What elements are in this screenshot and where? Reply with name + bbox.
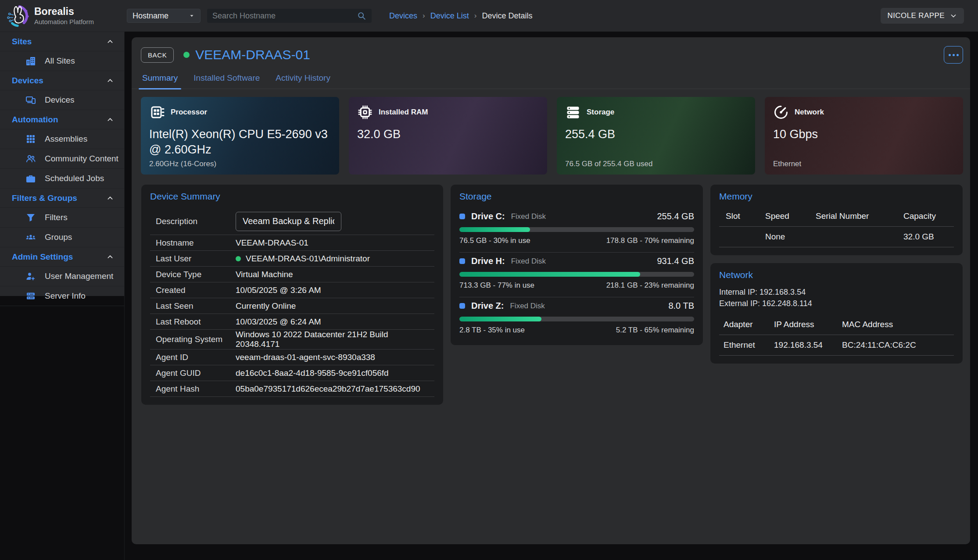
memory-capacity-value: 32.0 GB	[903, 227, 954, 247]
summary-row-created: Created 10/05/2025 @ 3:26 AM	[150, 282, 434, 298]
groups-icon	[25, 232, 36, 243]
drive-row-c: Drive C: Fixed Disk 255.4 GB 76.5 GB - 3…	[459, 208, 694, 253]
sidebar-item-community-content[interactable]: Community Content	[0, 149, 124, 169]
drive-remaining-label: 218.1 GB - 23% remaining	[606, 281, 694, 290]
network-mac-value: BC:24:11:CA:C6:2C	[842, 335, 954, 355]
sidebar-item-label: Server Info	[45, 291, 86, 301]
sidebar-item-label: Filters	[45, 213, 68, 222]
drive-type: Fixed Disk	[511, 212, 546, 221]
memory-col-slot: Slot	[726, 208, 765, 226]
sidebar-section-label: Automation	[12, 115, 58, 125]
chevron-down-icon	[950, 12, 957, 19]
sidebar-section-devices[interactable]: Devices	[0, 71, 124, 90]
device-title: VEEAM-DRAAS-01	[195, 47, 310, 62]
stat-card-label: Network	[795, 108, 824, 117]
sidebar-item-label: Assemblies	[45, 134, 87, 144]
sidebar-divider	[124, 32, 125, 560]
summary-row-label: Operating System	[156, 335, 236, 344]
summary-row-last-seen: Last Seen Currently Online	[150, 298, 434, 314]
processor-value: Intel(R) Xeon(R) CPU E5-2690 v3 @ 2.60GH…	[149, 127, 331, 157]
drive-type: Fixed Disk	[510, 302, 545, 310]
sidebar-item-filters[interactable]: Filters	[0, 208, 124, 228]
summary-row-value: VEEAM-DRAAS-01	[236, 238, 434, 248]
summary-row-value: Currently Online	[236, 301, 434, 311]
chevron-up-icon	[107, 38, 114, 45]
drive-usage-bar	[459, 272, 694, 277]
tab-installed-software[interactable]: Installed Software	[193, 71, 261, 89]
breadcrumb-device-list[interactable]: Device List	[430, 11, 469, 21]
sidebar-item-all-sites[interactable]: All Sites	[0, 51, 124, 71]
description-input[interactable]	[236, 212, 341, 231]
table-separator	[719, 247, 954, 247]
panel-title: Device Summary	[150, 191, 434, 202]
network-adapter-value: Ethernet	[724, 335, 774, 355]
sidebar-item-scheduled-jobs[interactable]: Scheduled Jobs	[0, 169, 124, 189]
storage-icon	[565, 104, 581, 120]
processor-footer: 2.60GHz (16-Cores)	[149, 160, 216, 168]
detail-panels: Device Summary Description Hostname VEEA…	[132, 175, 970, 405]
sidebar-section-automation[interactable]: Automation	[0, 110, 124, 129]
brand-subtitle: Automation Platform	[34, 18, 94, 25]
memory-table-header: Slot Speed Serial Number Capacity	[719, 208, 954, 226]
summary-row-label: Created	[156, 285, 236, 295]
drive-usage-bar	[459, 317, 694, 321]
sidebar-item-user-management[interactable]: User Management	[0, 267, 124, 286]
summary-row-label: Description	[156, 217, 236, 226]
installed-ram-value: 32.0 GB	[357, 127, 539, 142]
sidebar-item-devices[interactable]: Devices	[0, 90, 124, 110]
device-header: BACK VEEAM-DRAAS-01	[132, 37, 970, 66]
stat-cards-row: Processor Intel(R) Xeon(R) CPU E5-2690 v…	[132, 89, 970, 175]
sidebar-item-server-info[interactable]: Server Info	[0, 286, 124, 306]
sidebar-section-label: Filters & Groups	[12, 193, 77, 203]
summary-row-label: Device Type	[156, 270, 236, 279]
summary-row-device-type: Device Type Virtual Machine	[150, 267, 434, 282]
breadcrumb-devices[interactable]: Devices	[389, 11, 417, 21]
summary-row-value: 05ba0e7935171d626ecea29b27d7ae175363cd90	[236, 384, 434, 394]
right-panel-column: Memory Slot Speed Serial Number Capacity…	[710, 185, 963, 364]
more-options-button[interactable]	[944, 46, 963, 64]
sidebar-section-filters-groups[interactable]: Filters & Groups	[0, 189, 124, 208]
processor-card: Processor Intel(R) Xeon(R) CPU E5-2690 v…	[141, 97, 339, 175]
network-panel: Network Internal IP: 192.168.3.54 Extern…	[710, 263, 963, 364]
drive-bullet-icon	[459, 258, 465, 264]
stat-card-label: Installed RAM	[379, 108, 428, 117]
summary-row-last-reboot: Last Reboot 10/03/2025 @ 6:24 AM	[150, 314, 434, 330]
search-field-select[interactable]: Hostname	[127, 9, 201, 23]
search-icon[interactable]	[357, 11, 366, 21]
memory-panel: Memory Slot Speed Serial Number Capacity…	[710, 185, 963, 255]
tab-summary[interactable]: Summary	[141, 71, 179, 89]
buildings-icon	[25, 56, 36, 66]
filter-icon	[25, 212, 36, 223]
drive-usage-fill	[459, 227, 530, 232]
grid-icon	[25, 134, 36, 144]
summary-row-agent-hash: Agent Hash 05ba0e7935171d626ecea29b27d7a…	[150, 381, 434, 397]
sidebar-section-admin-settings[interactable]: Admin Settings	[0, 247, 124, 267]
sidebar: Sites All Sites Devices Devices Automati…	[0, 32, 124, 296]
breadcrumb: Devices › Device List › Device Details	[389, 11, 532, 21]
summary-row-value: Virtual Machine	[236, 270, 434, 279]
brand: Borealis Automation Platform	[0, 4, 124, 28]
memory-col-serial: Serial Number	[816, 208, 903, 226]
sidebar-item-groups[interactable]: Groups	[0, 228, 124, 247]
panel-title: Network	[719, 270, 954, 280]
ram-icon	[357, 104, 373, 120]
user-menu-button[interactable]: NICOLE RAPPE	[881, 8, 964, 24]
summary-row-value: Windows 10 2022 Datacenter 21H2 Build 20…	[236, 330, 434, 349]
drive-size: 255.4 GB	[657, 211, 694, 221]
summary-row-label: Agent Hash	[156, 384, 236, 394]
tab-activity-history[interactable]: Activity History	[275, 71, 331, 89]
brand-text: Borealis Automation Platform	[34, 6, 94, 25]
sidebar-item-assemblies[interactable]: Assemblies	[0, 129, 124, 149]
summary-row-value: veeam-draas-01-agent-svc-8930a338	[236, 353, 434, 362]
user-name: NICOLE RAPPE	[888, 11, 945, 20]
summary-row-value: VEEAM-DRAAS-01\Administrator	[246, 254, 370, 264]
network-value: 10 Gbps	[773, 127, 955, 142]
summary-row-value: de16c0c1-8aa2-4d18-9585-9ce91cf056fd	[236, 368, 434, 378]
sidebar-section-sites[interactable]: Sites	[0, 32, 124, 51]
installed-ram-card: Installed RAM 32.0 GB	[349, 97, 547, 175]
server-icon	[25, 291, 36, 301]
device-title-wrap: VEEAM-DRAAS-01	[183, 47, 310, 62]
search-input[interactable]	[212, 11, 357, 21]
back-button[interactable]: BACK	[141, 47, 174, 63]
network-icon	[773, 104, 789, 120]
